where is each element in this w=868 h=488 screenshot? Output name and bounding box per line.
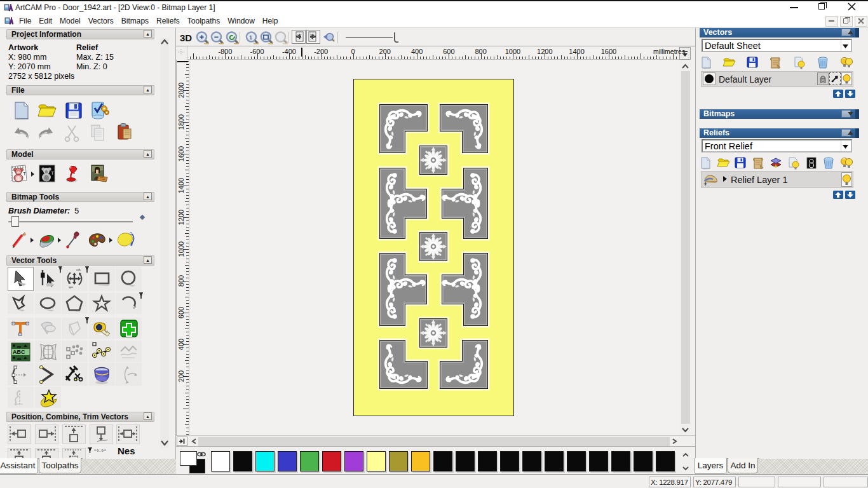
svg-text:T: T <box>23 171 26 177</box>
svg-text:ABC: ABC <box>13 349 25 355</box>
svg-text:+: + <box>703 180 707 187</box>
svg-text:T: T <box>51 170 54 176</box>
svg-text:1: 1 <box>249 34 252 41</box>
